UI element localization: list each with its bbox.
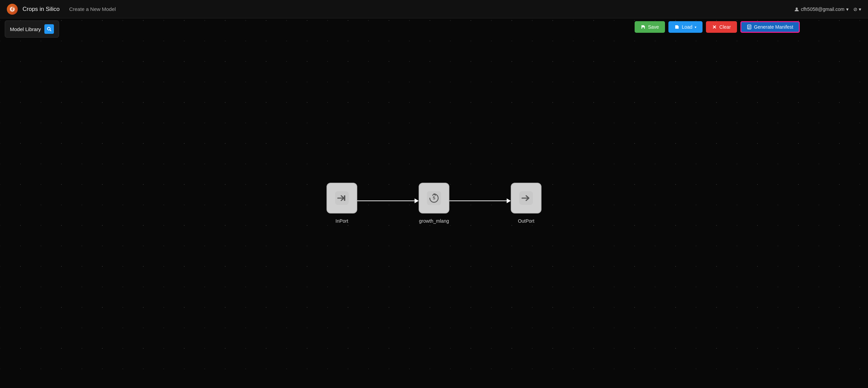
generate-manifest-button[interactable]: Generate Manifest (740, 21, 800, 33)
node-growth-mlang[interactable]: 5 growth_mlang (419, 183, 449, 224)
load-button[interactable]: Load ▾ (668, 21, 703, 33)
clear-button[interactable]: Clear (706, 21, 737, 33)
topbar: Crops in Silico Create a New Model cfh50… (0, 0, 868, 18)
app-name: Crops in Silico (23, 6, 60, 13)
svg-point-2 (47, 27, 50, 30)
node-label-inport: InPort (335, 218, 348, 224)
manifest-icon (747, 25, 752, 29)
growth-mlang-icon: 5 (426, 191, 442, 206)
svg-text:5: 5 (433, 195, 435, 200)
node-box-growth-mlang[interactable]: 5 (419, 183, 449, 213)
inport-icon (334, 191, 349, 206)
node-box-outport[interactable] (511, 183, 541, 213)
save-icon (641, 25, 646, 29)
connector-arrow-2 (507, 198, 511, 203)
flow-canvas: InPort 5 growth_mlang (0, 18, 868, 388)
user-email[interactable]: cfh5058@gmail.com ▾ (794, 6, 849, 12)
nodes-container: InPort 5 growth_mlang (327, 183, 541, 224)
load-icon (675, 25, 679, 29)
topbar-right: cfh5058@gmail.com ▾ ⊘ ▾ (794, 6, 861, 12)
clear-icon (712, 25, 717, 29)
svg-rect-9 (344, 195, 345, 201)
node-outport[interactable]: OutPort (511, 183, 541, 224)
model-library-search-button[interactable] (44, 24, 54, 34)
connector-1 (357, 198, 419, 203)
outport-icon (519, 191, 534, 206)
model-library-panel: Model Library (5, 20, 59, 38)
connector-2 (449, 198, 511, 203)
save-button[interactable]: Save (635, 21, 665, 33)
app-logo (7, 4, 18, 15)
node-box-inport[interactable] (327, 183, 357, 213)
page-title: Create a New Model (69, 6, 116, 12)
svg-line-3 (50, 30, 51, 31)
connector-arrow-1 (415, 198, 419, 203)
user-icon (794, 7, 799, 12)
connector-line-1 (357, 200, 415, 201)
model-library-title: Model Library (10, 26, 41, 32)
toolbar: Save Load ▾ Clear Generate Manifest (635, 21, 800, 33)
node-inport[interactable]: InPort (327, 183, 357, 224)
connector-line-2 (449, 200, 507, 201)
svg-point-1 (796, 8, 798, 10)
search-icon (47, 27, 52, 31)
node-label-growth-mlang: growth_mlang (419, 218, 449, 224)
node-label-outport: OutPort (518, 218, 534, 224)
help-button[interactable]: ⊘ ▾ (853, 6, 861, 12)
